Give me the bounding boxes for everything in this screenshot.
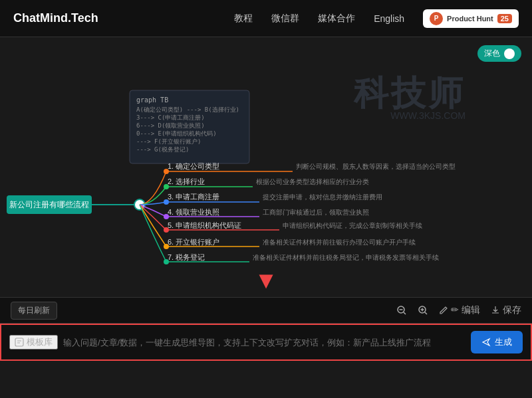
arrow-down-icon: ▼ — [254, 266, 278, 294]
nav-english[interactable]: English — [374, 13, 404, 24]
header: ChatMind.Tech 教程 微信群 媒体合作 English P Prod… — [0, 0, 532, 37]
toolbar-right: ✏ 编辑 保存 — [396, 304, 521, 316]
prompt-input[interactable] — [63, 338, 466, 348]
svg-line-42 — [404, 312, 406, 314]
svg-text:A(确定公司类型) ---> B(选择行业): A(确定公司类型) ---> B(选择行业) — [136, 106, 239, 113]
dark-mode-label: 深色 — [484, 48, 500, 59]
svg-text:准备相关证件材料并前往税务局登记，申请税务发票等相关手续: 准备相关证件材料并前往税务局登记，申请税务发票等相关手续 — [253, 254, 439, 261]
input-bar: 模板库 生成 — [0, 324, 532, 361]
svg-rect-47 — [15, 338, 23, 346]
svg-text:提交注册申请，核对信息并缴纳注册费用: 提交注册申请，核对信息并缴纳注册费用 — [263, 193, 382, 201]
svg-text:根据公司业务类型选择相应的行业分类: 根据公司业务类型选择相应的行业分类 — [256, 178, 369, 185]
generate-button[interactable]: 生成 — [471, 331, 523, 353]
svg-text:6. 开立银行账户: 6. 开立银行账户 — [168, 238, 219, 246]
svg-text:2. 选择行业: 2. 选择行业 — [168, 177, 205, 185]
svg-text:5. 申请组织机构代码证: 5. 申请组织机构代码证 — [168, 221, 241, 229]
generate-label: 生成 — [495, 336, 512, 348]
svg-text:新公司注册有哪些流程: 新公司注册有哪些流程 — [9, 200, 89, 209]
template-button[interactable]: 模板库 — [9, 335, 58, 349]
dark-mode-toggle[interactable]: 深色 — [477, 45, 521, 62]
svg-text:0---> E(申请组织机构代码): 0---> E(申请组织机构代码) — [136, 130, 217, 137]
edit-button[interactable]: ✏ 编辑 — [439, 304, 480, 316]
svg-line-46 — [425, 312, 427, 314]
product-hunt-count: 25 — [497, 14, 512, 23]
zoom-in-button[interactable] — [418, 305, 428, 316]
svg-text:3---> C(申请工商注册): 3---> C(申请工商注册) — [136, 114, 205, 121]
svg-text:7. 税务登记: 7. 税务登记 — [168, 253, 205, 261]
svg-text:4. 领取营业执照: 4. 领取营业执照 — [168, 208, 219, 216]
save-label: 保存 — [503, 304, 521, 316]
svg-text:判断公司规模、股东人数等因素，选择适当的公司类型: 判断公司规模、股东人数等因素，选择适当的公司类型 — [296, 163, 456, 170]
refresh-button[interactable]: 每日刷新 — [11, 302, 57, 320]
svg-text:1. 确定公司类型: 1. 确定公司类型 — [168, 162, 219, 170]
svg-text:3. 申请工商注册: 3. 申请工商注册 — [168, 193, 219, 201]
nav: 教程 微信群 媒体合作 English P Product Hunt 25 — [234, 9, 519, 28]
svg-text:申请组织机构代码证，完成公章刻制等相关手续: 申请组织机构代码证，完成公章刻制等相关手续 — [283, 222, 422, 229]
svg-text:---> G(税务登记): ---> G(税务登记) — [136, 146, 189, 153]
zoom-out-button[interactable] — [396, 305, 407, 316]
main-area: 深色 科技师 WWW.3KJS.COM graph TB A(确定公司类型) -… — [0, 37, 532, 361]
product-hunt-icon: P — [430, 12, 443, 25]
nav-media[interactable]: 媒体合作 — [318, 13, 355, 25]
logo: ChatMind.Tech — [13, 11, 98, 25]
nav-wechat[interactable]: 微信群 — [271, 13, 299, 25]
nav-tutorial[interactable]: 教程 — [234, 13, 253, 25]
save-button[interactable]: 保存 — [491, 304, 521, 316]
svg-text:准备相关证件材料并前往银行办理公司账户开户手续: 准备相关证件材料并前往银行办理公司账户开户手续 — [263, 239, 416, 246]
toggle-circle — [504, 49, 515, 59]
svg-text:graph TB: graph TB — [136, 96, 168, 104]
svg-text:---> F(开立银行账户): ---> F(开立银行账户) — [136, 138, 201, 145]
svg-text:6---> D(领取营业执照): 6---> D(领取营业执照) — [136, 122, 205, 129]
product-hunt-badge[interactable]: P Product Hunt 25 — [423, 9, 519, 28]
edit-label: ✏ 编辑 — [451, 304, 480, 316]
bottom-toolbar: 每日刷新 ✏ 编辑 保存 — [0, 297, 532, 324]
svg-text:工商部门审核通过后，领取营业执照: 工商部门审核通过后，领取营业执照 — [263, 209, 369, 216]
template-label: 模板库 — [27, 336, 53, 348]
product-hunt-label: Product Hunt — [447, 15, 493, 23]
